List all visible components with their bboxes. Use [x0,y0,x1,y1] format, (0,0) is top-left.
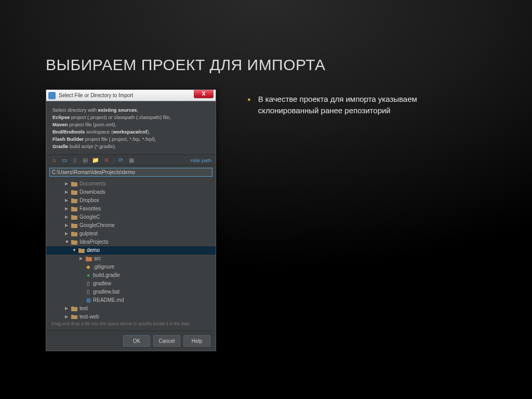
chevron-down-icon[interactable]: ▼ [72,246,76,255]
tree-row[interactable]: ▶test [46,304,216,313]
tree-item-label: Documents [79,180,106,188]
cancel-button[interactable]: Cancel [153,335,180,347]
new-folder-icon[interactable]: 📁 [92,156,99,164]
tree-row[interactable]: ▶GoogleC [46,213,216,221]
ok-button[interactable]: OK [123,335,150,347]
refresh-icon[interactable]: ⟳ [117,156,125,164]
tree-row[interactable]: ▯gradlew.bat [46,288,216,296]
chevron-right-icon[interactable]: ▶ [65,230,69,238]
bullet-text: В качестве проекта для импорта указываем… [258,94,445,116]
project-icon[interactable]: ▯ [71,156,78,164]
chevron-right-icon[interactable]: ▶ [65,180,69,188]
tree-row[interactable]: ▯gradlew [46,280,216,288]
close-button[interactable]: X [194,90,214,98]
tree-item-label: gulptest [79,230,98,238]
chevron-right-icon[interactable]: ▶ [65,213,69,221]
delete-icon[interactable]: ✕ [102,156,110,164]
tree-row[interactable]: ▶src [46,255,216,263]
tree-item-label: gradlew [93,280,111,288]
chevron-right-icon[interactable]: ▶ [65,221,69,230]
tree-row[interactable]: ▶Dropbox [46,196,216,205]
file-tree[interactable]: ▶Documents▶Downloads▶Dropbox▶Favorites▶G… [46,179,216,319]
slide-body: ● В качестве проекта для импорта указыва… [247,89,445,351]
chevron-down-icon[interactable]: ▼ [65,238,69,246]
tree-row[interactable]: ▶GoogleChrome [46,221,216,230]
module-icon[interactable]: ▤ [82,156,89,164]
folder-icon [78,248,85,253]
tree-item-label: build.gradle [93,271,120,280]
tree-item-label: GoogleC [79,213,100,221]
folder-icon [71,198,77,203]
slide-title: ВЫБИРАЕМ ПРОЕКТ ДЛЯ ИМПОРТА [46,56,326,74]
gradle-icon: ● [86,272,91,278]
show-hidden-icon[interactable]: ▦ [128,156,135,164]
tree-item-label: .gitignore [93,263,114,271]
folder-icon [71,240,77,245]
dialog-button-bar: OK Cancel Help [46,330,216,351]
chevron-right-icon[interactable]: ▶ [79,255,84,263]
tree-row[interactable]: ▦README.md [46,296,216,304]
gitignore-icon: ◆ [86,264,91,270]
tree-row[interactable]: ▶test-web [46,313,216,319]
folder-icon [71,190,77,195]
folder-icon [71,215,77,220]
app-icon [48,92,56,99]
tree-item-label: GoogleChrome [79,221,115,230]
chevron-right-icon[interactable]: ▶ [65,188,69,196]
file-icon: ▯ [86,289,91,295]
folder-icon [86,256,92,261]
hide-path-link[interactable]: Hide path [190,157,211,163]
folder-icon [71,206,77,211]
folder-icon [71,314,77,319]
tree-item-label: IdeaProjects [79,238,109,246]
window-titlebar[interactable]: Select File or Directory to Import X [46,90,216,101]
chevron-right-icon[interactable]: ▶ [65,304,69,313]
tree-row[interactable]: ▼IdeaProjects [46,238,216,246]
chevron-right-icon[interactable]: ▶ [65,196,69,205]
file-icon: ▯ [86,281,91,287]
folder-icon [71,231,77,236]
tree-row[interactable]: ●build.gradle [46,271,216,280]
folder-icon [71,306,77,311]
tree-row[interactable]: ▶Documents [46,180,216,188]
dialog-toolbar: ⌂ ▭ ▯ ▤ 📁 ✕ | ⟳ ▦ Hide path [46,154,216,166]
import-dialog: Select File or Directory to Import X Sel… [46,89,216,351]
tree-item-label: gradlew.bat [93,288,119,296]
tree-row[interactable]: ◆.gitignore [46,263,216,271]
tree-item-label: Downloads [79,188,105,196]
tree-item-label: README.md [93,296,124,304]
path-input[interactable] [49,168,212,177]
window-title: Select File or Directory to Import [59,92,194,98]
folder-icon [71,223,77,228]
chevron-right-icon[interactable]: ▶ [65,205,69,213]
dialog-description: Select directory with existing sources, … [46,101,216,154]
tree-item-label: demo [87,246,100,255]
help-button[interactable]: Help [183,335,210,347]
tree-item-label: Favorites [79,205,101,213]
tree-item-label: test [79,304,88,313]
tree-item-label: test-web [79,313,99,319]
tree-item-label: src [94,255,101,263]
folder-icon [71,181,77,187]
desktop-icon[interactable]: ▭ [61,156,68,164]
chevron-right-icon[interactable]: ▶ [65,313,69,319]
bullet-icon: ● [247,94,251,116]
readme-icon: ▦ [86,297,91,303]
tree-row[interactable]: ▶gulptest [46,230,216,238]
drag-drop-hint: Drag and drop a file into the space abov… [46,319,216,330]
home-icon[interactable]: ⌂ [50,156,58,164]
tree-row[interactable]: ▶Downloads [46,188,216,196]
tree-row[interactable]: ▶Favorites [46,205,216,213]
tree-item-label: Dropbox [79,196,99,205]
tree-row[interactable]: ▼demo [46,246,216,255]
